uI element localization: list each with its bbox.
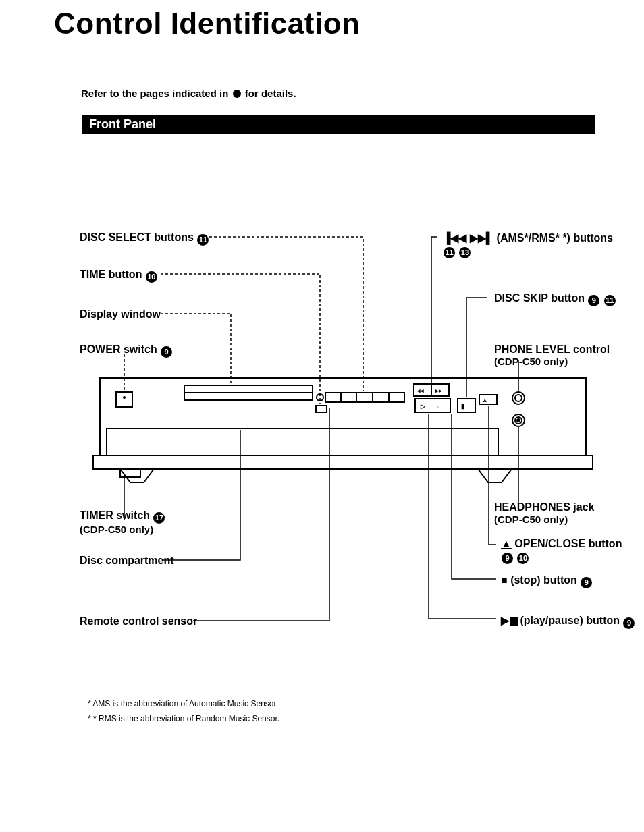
page-title: Control Identification xyxy=(54,7,360,40)
svg-text:▮: ▮ xyxy=(461,403,464,410)
ref-icon: 11 xyxy=(604,295,616,306)
label-disc-select: DISC SELECT buttons 11 xyxy=(80,231,209,246)
ref-icon: 9 xyxy=(502,553,513,564)
footnote-ams: * AMS is the abbreviation of Automatic M… xyxy=(88,697,279,712)
svg-text:▷: ▷ xyxy=(420,403,426,410)
stop-icon: ■ xyxy=(501,574,508,586)
footnote-rms: * * RMS is the abbreviation of Random Mu… xyxy=(88,712,279,727)
prev-icon: ▐◀◀ xyxy=(443,232,466,244)
label-time: TIME button 10 xyxy=(80,269,158,283)
footnotes: * AMS is the abbreviation of Automatic M… xyxy=(88,697,279,726)
label-open-close: ▲ OPEN/CLOSE button 9 10 xyxy=(501,538,622,564)
svg-point-22 xyxy=(517,419,520,422)
label-remote-sensor: Remote control sensor xyxy=(80,615,197,628)
label-headphones: HEADPHONES jack (CDP-C50 only) xyxy=(494,501,595,525)
ref-icon: 11 xyxy=(197,234,209,246)
section-title: Front Panel xyxy=(82,117,156,131)
eject-icon: ▲ xyxy=(501,538,512,549)
intro-text: Refer to the pages indicated in for deta… xyxy=(81,88,296,99)
ref-icon: 9 xyxy=(161,346,172,358)
ref-icon: 10 xyxy=(517,553,529,564)
ref-icon: 13 xyxy=(459,247,471,258)
label-display: Display window xyxy=(80,308,161,321)
pause-icon: ▮▮ xyxy=(509,615,517,626)
intro-post: for details. xyxy=(242,88,296,99)
label-play-pause: ▶▮▮ (play/pause) button 9 xyxy=(501,614,635,629)
section-bar: Front Panel xyxy=(82,115,595,134)
ref-icon: 9 xyxy=(588,295,599,306)
ref-icon: 11 xyxy=(444,247,455,258)
diagram-svg: ◂◂▸▸ ▷▫ ▵ ▮ xyxy=(80,226,606,631)
label-stop: ■ (stop) button 9 xyxy=(501,574,593,588)
play-icon: ▶ xyxy=(501,615,509,626)
next-icon: ▶▶▌ xyxy=(470,232,493,244)
label-disc-skip: DISC SKIP button 9 11 xyxy=(494,292,616,306)
label-ams: ▐◀◀ ▶▶▌ (AMS*/RMS* *) buttons 11 13 xyxy=(443,231,613,258)
svg-text:◂◂: ◂◂ xyxy=(417,387,424,394)
ref-icon: 17 xyxy=(153,512,165,524)
svg-text:▸▸: ▸▸ xyxy=(435,387,442,394)
label-power: POWER switch 9 xyxy=(80,343,173,358)
ref-icon: 9 xyxy=(623,617,635,629)
ref-icon: 9 xyxy=(581,577,592,588)
svg-text:▫: ▫ xyxy=(437,403,439,410)
label-disc-compartment: Disc compartment xyxy=(80,555,174,567)
label-phone-level: PHONE LEVEL control (CDP-C50 only) xyxy=(494,343,610,367)
svg-rect-1 xyxy=(93,455,593,469)
intro-pre: Refer to the pages indicated in xyxy=(81,88,232,99)
svg-text:▵: ▵ xyxy=(483,397,487,404)
ref-icon: 10 xyxy=(146,271,157,283)
front-panel-diagram: ◂◂▸▸ ▷▫ ▵ ▮ DISC SELECT buttons 11 TIME … xyxy=(80,226,606,631)
page: Control Identification Refer to the page… xyxy=(0,0,644,832)
label-timer: TIMER switch 17 (CDP-C50 only) xyxy=(80,509,165,535)
svg-point-30 xyxy=(123,396,126,399)
bullet-icon xyxy=(233,90,241,98)
